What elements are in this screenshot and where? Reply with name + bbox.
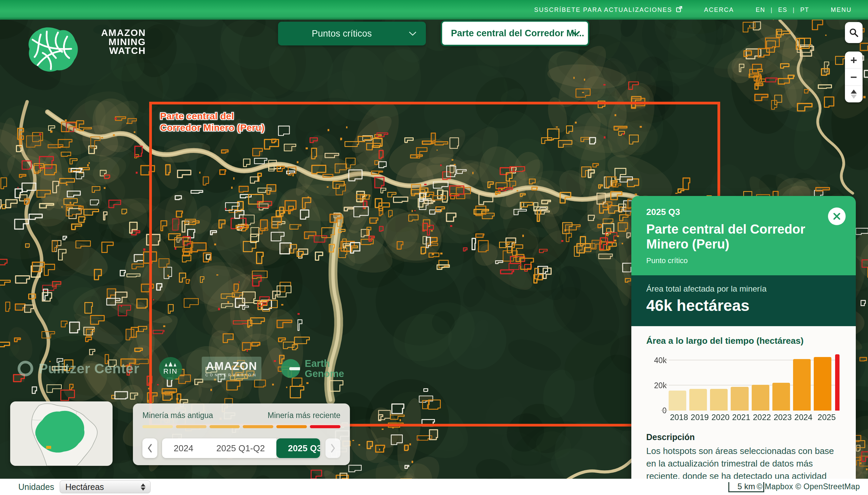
external-link-icon [676,6,682,14]
subscribe-link[interactable]: SUSCRÍBETE PARA ACTUALIZACIONES [534,6,682,14]
total-area-label: Área total afectada por la minería [646,284,841,294]
search-icon [849,28,859,38]
panel-period: 2025 Q3 [646,207,841,217]
area-over-time-chart: 020k40k 20182019202020212022202320242025 [646,352,841,424]
region-dropdown[interactable]: Parte central del Corredor Mi... [441,20,589,46]
x-axis-label-2021: 2021 [731,413,751,424]
panel-title: Parte central del Corredor Minero (Peru) [646,222,841,252]
language-switcher: EN|ES|PT [756,6,809,14]
language-option-en[interactable]: EN [756,6,765,14]
language-separator: | [793,6,795,14]
bottom-status-bar: Unidades Hectáreas 5 km © Mapbox © OpenS… [0,479,868,495]
panel-total-section: Área total afectada por la minería 46k h… [631,275,856,326]
bar-2025-q3[interactable] [835,354,839,411]
zoom-out-button[interactable]: − [845,68,863,85]
period-button-2024[interactable]: 2024 [162,438,205,458]
previous-period-button[interactable] [142,438,157,458]
gradient-segment-3 [243,425,273,428]
x-axis-label-2024: 2024 [793,413,814,424]
view-mode-dropdown[interactable]: Puntos críticos [278,22,426,46]
total-area-value: 46k hectáreas [646,296,841,314]
amazon-mining-watch-app: Parte central del Corredor Minero (Peru)… [0,0,868,495]
language-separator: | [771,6,773,14]
hotspot-map-label: Parte central del Corredor Minero (Peru) [160,110,265,133]
bar-2018[interactable] [669,391,686,411]
gradient-segment-1 [176,425,206,428]
language-option-pt[interactable]: PT [800,6,809,14]
next-period-button[interactable] [325,438,340,458]
period-button-2025-q3[interactable]: 2025 Q3 [276,438,320,458]
oldest-mining-label: Minería más antigua [142,411,213,420]
gradient-segment-2 [209,425,240,428]
units-label: Unidades [18,482,54,492]
y-axis-tick [661,360,667,360]
chart-title: Área a lo largo del tiempo (hectáreas) [646,336,841,346]
overview-minimap[interactable] [10,402,113,466]
about-link[interactable]: ACERCA [704,6,734,14]
x-axis-label-2019: 2019 [689,413,710,424]
site-logo[interactable]: AMAZON MINING WATCH [22,21,83,79]
map-zoom-control: + − [845,52,863,102]
newest-mining-label: Minería más reciente [268,411,340,420]
hotspot-location-marker [46,446,51,449]
bar-2019[interactable] [689,389,707,411]
y-axis-tick [661,410,667,411]
panel-subtitle: Punto crítico [646,256,841,265]
menu-button[interactable]: MENU [831,6,852,14]
timeline-panel: Minería más antigua Minería más reciente… [133,404,350,465]
pulitzer-ring-icon [18,361,33,376]
bar-2022[interactable] [752,385,769,411]
description-title: Descripción [646,432,841,442]
gradient-segment-0 [142,425,173,428]
panel-header: 2025 Q3 Parte central del Corredor Miner… [631,196,856,275]
x-axis-label-2022: 2022 [752,413,772,424]
units-select[interactable]: Hectáreas [60,480,151,493]
bar-2021[interactable] [731,387,748,411]
pulitzer-center-logo: Pulitzer Center [18,361,139,377]
period-button-2025-q1-q2[interactable]: 2025 Q1-Q2 [205,438,276,458]
y-axis-label-40k: 40k [648,356,667,365]
gradient-segment-4 [276,425,307,428]
hotspot-info-panel: 2025 Q3 Parte central del Corredor Miner… [631,196,856,495]
x-axis-label-2020: 2020 [710,413,731,424]
compass-pitch-button[interactable] [845,85,863,102]
bar-2024[interactable] [793,359,811,411]
chevron-down-icon [409,32,416,36]
y-axis-tick [661,385,667,386]
y-axis-label-0: 0 [648,406,667,415]
x-axis-label-2023: 2023 [772,413,793,424]
bar-2020[interactable] [710,389,728,411]
panel-body: Área a lo largo del tiempo (hectáreas) 0… [631,326,856,495]
y-axis-label-20k: 20k [648,381,667,390]
search-button[interactable] [845,22,863,43]
chevron-down-icon [572,31,580,36]
language-option-es[interactable]: ES [778,6,787,14]
top-navigation-bar: SUSCRÍBETE PARA ACTUALIZACIONES ACERCA E… [0,0,868,20]
select-spinner-icon [141,483,146,491]
x-axis-label-2025: 2025 [814,413,839,424]
gradient-segment-5 [310,425,340,428]
bar-2023[interactable] [772,383,790,411]
x-axis-label-2018: 2018 [669,413,689,424]
close-panel-button[interactable] [828,207,846,225]
south-america-minimap [10,402,113,466]
compass-icon [851,89,857,99]
zoom-in-button[interactable]: + [845,52,863,68]
close-icon [832,212,841,221]
site-logo-wordmark: AMAZON MINING WATCH [72,29,146,56]
bar-2025[interactable] [814,357,831,411]
mining-age-gradient-legend [142,425,340,428]
map-attribution[interactable]: © Mapbox © OpenStreetMap [757,482,860,491]
period-button-group: 20242025 Q1-Q22025 Q3 [162,438,320,458]
